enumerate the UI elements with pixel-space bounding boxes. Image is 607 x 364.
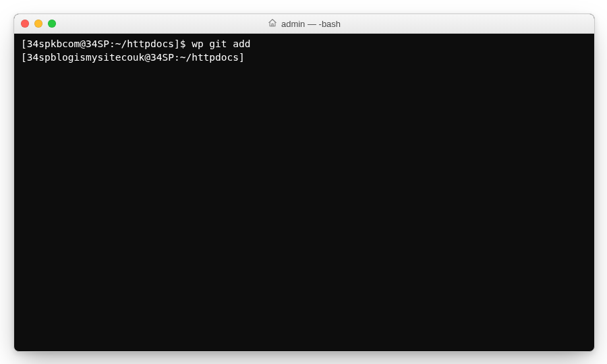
terminal-body[interactable]: [34spkbcom@34SP:~/httpdocs]$ wp git add[… bbox=[14, 34, 594, 352]
home-icon bbox=[268, 18, 277, 30]
shell-prompt: [34spkbcom@34SP:~/httpdocs]$ bbox=[21, 38, 185, 49]
terminal-line: [34spkbcom@34SP:~/httpdocs]$ wp git add bbox=[21, 38, 587, 51]
minimize-button[interactable] bbox=[34, 20, 42, 28]
close-button[interactable] bbox=[21, 20, 29, 28]
traffic-lights bbox=[21, 20, 56, 28]
terminal-window: admin — -bash [34spkbcom@34SP:~/httpdocs… bbox=[13, 13, 595, 352]
shell-prompt: [34spblogismysitecouk@34SP:~/httpdocs] bbox=[21, 52, 245, 63]
titlebar[interactable]: admin — -bash bbox=[14, 14, 594, 34]
window-title: admin — -bash bbox=[14, 14, 594, 33]
shell-command: wp git add bbox=[192, 38, 250, 49]
window-title-text: admin — -bash bbox=[281, 19, 341, 29]
zoom-button[interactable] bbox=[48, 20, 56, 28]
terminal-line: [34spblogismysitecouk@34SP:~/httpdocs] bbox=[21, 51, 587, 65]
